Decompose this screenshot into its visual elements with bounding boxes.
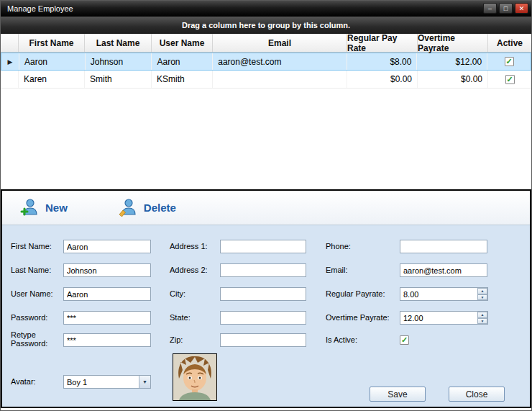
group-by-bar[interactable]: Drag a column here to group by this colu… — [1, 17, 531, 34]
active-checkbox[interactable]: ✓ — [505, 75, 515, 84]
user-name-label: User Name: — [11, 287, 53, 301]
first-name-field[interactable] — [63, 240, 151, 253]
detail-panel: New Delete First Name: Last Name: User — [1, 189, 531, 408]
cell-overtime-payrate: $0.00 — [418, 71, 488, 88]
cell-user-name: KSmith — [152, 71, 213, 88]
phone-label: Phone: — [326, 240, 351, 253]
save-button[interactable]: Save — [370, 387, 426, 402]
email-field[interactable] — [400, 263, 487, 277]
table-row[interactable]: Karen Smith KSmith $0.00 $0.00 ✓ — [1, 71, 531, 89]
cell-user-name: Aaron — [152, 53, 213, 70]
last-name-label: Last Name: — [11, 263, 51, 277]
check-icon: ✓ — [505, 58, 512, 66]
delete-employee-icon — [118, 197, 137, 219]
minimize-icon: – — [488, 5, 492, 12]
address2-label: Address 2: — [170, 263, 208, 277]
regular-payrate-spinner: ▲ ▼ — [477, 288, 487, 300]
cell-active: ✓ — [488, 71, 531, 88]
state-field[interactable] — [220, 311, 306, 325]
delete-button[interactable]: Delete — [118, 197, 176, 219]
cell-first-name: Aaron — [19, 53, 86, 70]
close-icon: ✕ — [519, 5, 525, 12]
cell-email — [213, 71, 347, 88]
check-icon: ✓ — [506, 76, 513, 83]
spin-down-icon[interactable]: ▼ — [477, 294, 487, 301]
cell-email: aaron@test.com — [213, 53, 347, 70]
column-header-last-name[interactable]: Last Name — [85, 34, 152, 52]
overtime-payrate-label: Overtime Payrate: — [326, 311, 390, 325]
first-name-label: First Name: — [11, 240, 52, 253]
title-bar: Manage Employee – □ ✕ — [1, 1, 531, 17]
is-active-checkbox[interactable]: ✓ — [400, 335, 409, 345]
city-field[interactable] — [220, 287, 306, 301]
overtime-payrate-stepper: ▲ ▼ — [400, 311, 488, 325]
column-header-user-name[interactable]: User Name — [152, 34, 213, 52]
selected-row-arrow-icon: ▶ — [8, 58, 13, 66]
cell-overtime-payrate: $12.00 — [417, 53, 487, 70]
spin-down-icon[interactable]: ▼ — [477, 318, 487, 325]
cell-regular-pay-rate: $0.00 — [347, 71, 418, 88]
user-name-field[interactable] — [63, 287, 151, 301]
maximize-icon: □ — [504, 5, 508, 12]
row-indicator-cell: ▶ — [1, 53, 19, 70]
new-button-label: New — [45, 202, 68, 214]
spin-up-icon[interactable]: ▲ — [477, 312, 487, 318]
address1-field[interactable] — [220, 240, 306, 253]
cell-last-name: Johnson — [86, 53, 152, 70]
cell-first-name: Karen — [19, 71, 85, 88]
column-header-email[interactable]: Email — [213, 34, 347, 52]
employee-grid: First Name Last Name User Name Email Reg… — [1, 34, 531, 189]
row-indicator-cell — [1, 71, 19, 88]
new-employee-icon — [19, 197, 39, 219]
column-header-first-name[interactable]: First Name — [19, 34, 85, 52]
address1-label: Address 1: — [170, 240, 208, 253]
manage-employee-window: Manage Employee – □ ✕ Drag a column here… — [0, 0, 532, 411]
avatar-select-value: Boy 1 — [64, 378, 139, 387]
group-by-hint: Drag a column here to group by this colu… — [182, 21, 350, 30]
check-icon: ✓ — [401, 336, 408, 344]
new-button[interactable]: New — [19, 197, 68, 219]
toolbar: New Delete — [2, 191, 530, 225]
active-checkbox[interactable]: ✓ — [505, 57, 514, 66]
window-controls: – □ ✕ — [483, 3, 528, 14]
overtime-payrate-field[interactable] — [400, 311, 488, 325]
maximize-button[interactable]: □ — [499, 3, 513, 14]
state-label: State: — [170, 311, 191, 325]
zip-field[interactable] — [220, 333, 306, 347]
address2-field[interactable] — [220, 263, 306, 277]
password-label: Password: — [11, 311, 47, 325]
cell-regular-pay-rate: $8.00 — [347, 53, 418, 70]
delete-button-label: Delete — [144, 202, 176, 214]
last-name-field[interactable] — [63, 263, 151, 277]
cell-last-name: Smith — [85, 71, 152, 88]
is-active-label: Is Active: — [326, 333, 357, 347]
cell-active: ✓ — [487, 53, 531, 70]
employee-form: First Name: Last Name: User Name: Passwo… — [2, 225, 530, 407]
avatar-label: Avatar: — [11, 375, 36, 389]
retype-password-field[interactable] — [63, 333, 151, 347]
regular-payrate-stepper: ▲ ▼ — [400, 287, 488, 301]
column-header-regular-pay-rate[interactable]: Regular Pay Rate — [347, 34, 418, 52]
close-button[interactable]: Close — [449, 387, 505, 402]
retype-password-label: Retype Password: — [11, 330, 50, 348]
chevron-down-icon[interactable]: ▼ — [139, 376, 150, 388]
close-window-button[interactable]: ✕ — [515, 3, 528, 14]
city-label: City: — [170, 287, 185, 301]
table-row[interactable]: ▶ Aaron Johnson Aaron aaron@test.com $8.… — [1, 53, 531, 71]
overtime-payrate-spinner: ▲ ▼ — [477, 312, 487, 324]
column-header-overtime-payrate[interactable]: Overtime Payrate — [418, 34, 488, 52]
column-header-active[interactable]: Active — [488, 34, 531, 52]
password-field[interactable] — [63, 311, 151, 325]
regular-payrate-label: Regular Payrate: — [326, 287, 385, 301]
minimize-button[interactable]: – — [483, 3, 497, 14]
row-indicator-header — [1, 34, 19, 52]
email-label: Email: — [326, 263, 348, 277]
regular-payrate-field[interactable] — [400, 287, 488, 301]
grid-header-row: First Name Last Name User Name Email Reg… — [1, 34, 531, 53]
zip-label: Zip: — [170, 333, 183, 347]
spin-up-icon[interactable]: ▲ — [477, 288, 487, 294]
phone-field[interactable] — [400, 240, 487, 253]
avatar-select[interactable]: Boy 1 ▼ — [63, 375, 151, 389]
avatar-image — [173, 353, 217, 401]
window-title: Manage Employee — [7, 4, 73, 13]
